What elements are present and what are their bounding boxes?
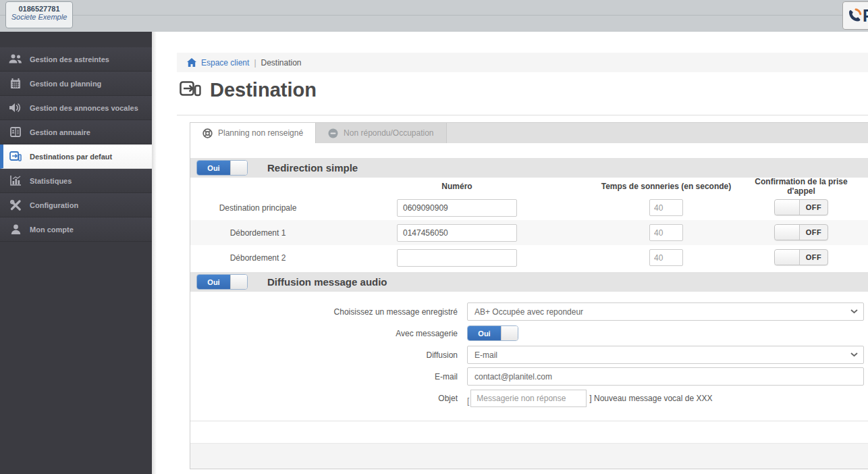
messagerie-toggle[interactable]: Oui [467, 325, 518, 341]
objet-prefix: [ [467, 396, 469, 407]
numero-input[interactable] [397, 224, 517, 242]
destination-panel: Planning non renseigné Non répondu/Occup… [190, 122, 868, 469]
col-header-temps: Temps de sonneries (en seconde) [589, 182, 744, 191]
toggle-off-label: OFF [800, 225, 828, 240]
breadcrumb-link-espace-client[interactable]: Espace client [201, 58, 249, 68]
sidebar-item-label: Destinations par defaut [30, 153, 112, 161]
col-header-numero: Numéro [325, 182, 589, 191]
page-title: Destination [180, 79, 317, 101]
sidebar-item-gestion-des-astreintes[interactable]: Gestion des astreintes [0, 47, 152, 72]
breadcrumb-separator: | [254, 58, 256, 68]
message-select[interactable]: AB+ Occupée avec repondeur [467, 302, 864, 321]
sidebar-item-statistiques[interactable]: Statistiques [0, 169, 152, 193]
toggle-on-label: Oui [468, 326, 501, 340]
section-title: Redirection simple [267, 162, 358, 174]
diffusion-enabled-toggle[interactable]: Oui [196, 274, 248, 290]
form-row-objet: Objet [ ] Nouveau message vocal de XXX [190, 389, 868, 407]
breadcrumb: Espace client | Destination [177, 53, 868, 72]
tab-gap [190, 143, 868, 158]
tab-label: Planning non renseigné [218, 128, 303, 138]
toggle-knob [501, 326, 518, 340]
sidebar: Gestion des astreintes Gestion du planni… [0, 32, 152, 474]
toggle-off-label: OFF [800, 200, 828, 215]
row-label: Débordement 1 [190, 228, 325, 238]
users-icon [9, 54, 22, 64]
confirmation-toggle[interactable]: OFF [774, 224, 828, 240]
address-book-icon [9, 127, 22, 137]
sidebar-item-configuration[interactable]: Configuration [0, 193, 152, 217]
diffusion-label: Diffusion [190, 350, 458, 360]
form-row-message: Choisissez un message enregistré AB+ Occ… [190, 302, 868, 321]
user-icon [9, 224, 22, 234]
toggle-on-label: Oui [197, 161, 230, 175]
sidebar-item-mon-compte[interactable]: Mon compte [0, 217, 152, 242]
temps-sonnerie-input[interactable] [649, 224, 683, 241]
objet-label: Objet [190, 394, 458, 403]
section-title: Diffusion message audio [267, 276, 387, 288]
sidebar-item-gestion-du-planning[interactable]: Gestion du planning [0, 72, 152, 96]
redirection-enabled-toggle[interactable]: Oui [196, 160, 248, 176]
sidebar-item-label: Gestion des annonces vocales [30, 104, 138, 112]
account-number: 0186527781 [6, 5, 72, 13]
email-label: E-mail [190, 372, 458, 381]
toggle-knob [775, 200, 800, 215]
redirection-table-header: Numéro Temps de sonneries (en seconde) C… [190, 178, 868, 195]
destination-icon [9, 151, 22, 162]
account-selector[interactable]: 0186527781 Societe Exemple [5, 1, 73, 28]
brand-logo[interactable]: P [842, 1, 868, 30]
temps-sonnerie-input[interactable] [649, 249, 683, 266]
confirmation-toggle[interactable]: OFF [774, 199, 828, 215]
sidebar-item-label: Configuration [30, 201, 78, 209]
title-divider [177, 115, 868, 115]
table-row: Destination principale OFF [190, 195, 868, 220]
top-header-bar [0, 0, 868, 32]
form-row-diffusion: Diffusion E-mail [190, 346, 868, 364]
confirmation-toggle[interactable]: OFF [774, 249, 828, 265]
sidebar-item-label: Mon compte [30, 226, 74, 234]
message-label: Choisissez un message enregistré [190, 307, 458, 317]
sidebar-item-destinations-par-defaut[interactable]: Destinations par defaut [0, 144, 152, 169]
objet-suffix: ] Nouveau message vocal de XXX [589, 394, 712, 403]
toggle-knob [230, 161, 247, 175]
panel-footer [190, 443, 868, 469]
sidebar-item-label: Gestion annuaire [30, 128, 90, 136]
stats-icon [9, 176, 22, 186]
speaker-icon [9, 103, 22, 113]
destination-title-icon [180, 81, 201, 99]
email-input[interactable] [467, 367, 864, 386]
account-name: Societe Exemple [6, 13, 72, 21]
phone-logo-icon [847, 7, 862, 24]
messagerie-label: Avec messagerie [190, 329, 458, 338]
section-diffusion-message-audio: Oui Diffusion message audio [190, 272, 868, 292]
home-icon[interactable] [187, 58, 196, 67]
table-row: Débordement 1 OFF [190, 220, 868, 245]
toggle-knob [775, 250, 800, 265]
sidebar-item-label: Statistiques [30, 177, 72, 185]
col-header-confirmation: Confirmation de la prise d'appel [744, 177, 859, 196]
row-label: Débordement 2 [190, 253, 325, 263]
temps-sonnerie-input[interactable] [649, 199, 683, 216]
panel-spacer [190, 421, 868, 443]
sidebar-item-label: Gestion du planning [30, 80, 101, 88]
tab-planning-non-renseigne[interactable]: Planning non renseigné [190, 123, 316, 143]
diffusion-select[interactable]: E-mail [467, 346, 864, 364]
brand-letter: P [863, 7, 868, 24]
tools-icon [9, 200, 22, 211]
sidebar-item-label: Gestion des astreintes [30, 55, 109, 63]
form-row-messagerie: Avec messagerie Oui [190, 324, 868, 342]
calendar-icon [9, 78, 22, 89]
sidebar-item-gestion-annuaire[interactable]: Gestion annuaire [0, 120, 152, 144]
numero-input[interactable] [397, 199, 517, 217]
page-title-text: Destination [210, 79, 317, 101]
objet-input[interactable] [470, 390, 587, 407]
sidebar-item-gestion-des-annonces-vocales[interactable]: Gestion des annonces vocales [0, 96, 152, 120]
section-redirection-simple: Oui Redirection simple [190, 158, 868, 178]
diffusion-form: Choisissez un message enregistré AB+ Occ… [190, 292, 868, 411]
tab-label: Non répondu/Occupation [344, 128, 433, 138]
numero-input[interactable] [397, 249, 517, 267]
tab-non-repondu-occupation[interactable]: Non répondu/Occupation [316, 123, 446, 143]
minus-circle-icon [328, 128, 338, 138]
table-row: Débordement 2 OFF [190, 245, 868, 270]
main-content: Espace client | Destination Destination … [152, 32, 868, 474]
toggle-on-label: Oui [197, 275, 230, 289]
